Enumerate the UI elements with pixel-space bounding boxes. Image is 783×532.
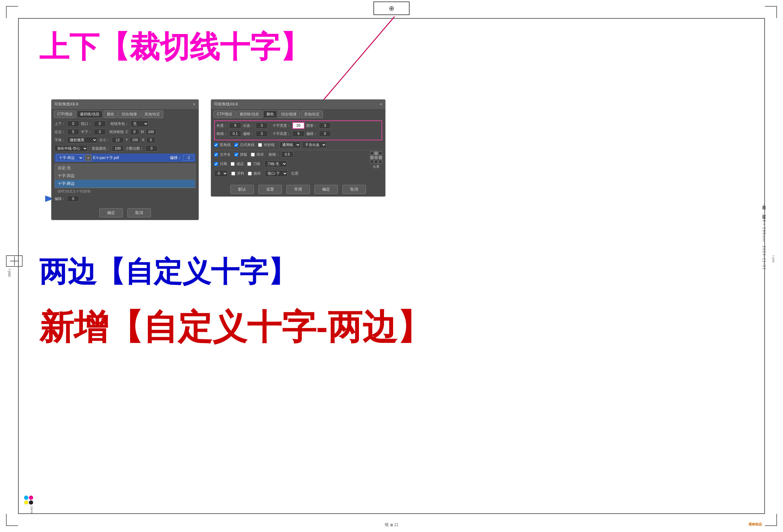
dialog-left-close[interactable]: ×	[193, 102, 195, 106]
cb-ri-shi[interactable]	[234, 143, 238, 147]
dialog-left-body: 上下： 咬口： 框线夸色： 无 左右： 中下： 纸张框线 C M 字体： 微软雅…	[52, 118, 198, 206]
dropdown-list: 自定-无 十字-四边 十字-两边	[55, 164, 195, 188]
pos-bm[interactable]	[374, 160, 378, 163]
btn-cancel-left[interactable]: 取消	[127, 208, 151, 217]
dialog-left[interactable]: 印前角线X8.8 × CTP/预设 裁切线/信息 颜色 综合/链接 其他/自定 …	[51, 99, 199, 220]
pos-tl[interactable]	[370, 151, 374, 155]
select-yao-kou[interactable]: 咬口-下	[265, 170, 288, 177]
form-row-2: 左右： 中下： 纸张框线 C M	[55, 129, 195, 135]
input-c[interactable]	[130, 129, 139, 135]
input-yuan-xing[interactable]	[319, 123, 331, 129]
pos-tm[interactable]	[374, 151, 378, 155]
input-offset2[interactable]	[67, 196, 79, 202]
form-row-checkbox-1: 双角线 日式角线 对折线 通用线 不含出血	[214, 142, 382, 148]
input-size[interactable]	[112, 137, 124, 143]
bottom-mouth: 口	[395, 522, 399, 528]
btn-set-right[interactable]: 设置	[258, 185, 282, 194]
cb-cheng-pin[interactable]	[231, 162, 234, 166]
tab-color-left[interactable]: 颜色	[103, 111, 118, 118]
dialog-right-close[interactable]: ×	[380, 102, 382, 106]
form-row-cb2-mid: 日期 成品 刀线 刀线-无	[214, 160, 368, 167]
input-shi-zi-kuan[interactable]	[292, 122, 305, 129]
pos-mr[interactable]	[379, 156, 382, 159]
input-y[interactable]	[130, 137, 140, 143]
btn-confirm-right[interactable]: 确定	[314, 185, 338, 194]
add-cross-btn[interactable]: +	[85, 154, 92, 161]
cb-pin-ban[interactable]	[234, 153, 238, 157]
right-info-size: 拼版:268×196mm	[762, 212, 766, 242]
heading-bottom-left: 两边【自定义十字】	[39, 253, 296, 291]
input-xiao-shu[interactable]	[146, 146, 157, 151]
select-cross-type[interactable]: 十字-两边	[56, 154, 84, 161]
input-tao-ban[interactable]	[112, 146, 124, 151]
cb-shuang-jiao[interactable]	[214, 143, 218, 147]
input-zuo-you[interactable]	[67, 129, 79, 135]
left-side-text: r-pac	[7, 269, 12, 277]
dialog-right[interactable]: 印前角线X8.8 × CTP/预设 裁切线/信息 颜色 综合/链接 其他/自定 …	[211, 99, 385, 197]
input-cu-xi-right[interactable]	[229, 131, 241, 137]
corner-mark-br	[765, 514, 777, 526]
tab-other-left[interactable]: 其他/自定	[141, 111, 163, 118]
dropdown-item-two[interactable]: 十字-两边	[55, 180, 195, 188]
form-row-right-1: 长度： 出血： 十字宽度： 圆形：	[217, 122, 380, 129]
pos-center[interactable]	[374, 156, 378, 159]
input-offset-cross[interactable]	[183, 155, 194, 161]
input-k[interactable]	[146, 137, 155, 143]
tab-combine-right[interactable]: 综合/链接	[278, 111, 300, 118]
tab-combine-left[interactable]: 综合/链接	[118, 111, 140, 118]
cb-wen-jian[interactable]	[214, 153, 218, 157]
cb-kai-liao[interactable]	[231, 171, 235, 176]
tab-ctp-preset-left[interactable]: CTP/预设	[54, 111, 76, 118]
input-shi-zi-gao[interactable]	[292, 131, 305, 137]
pink-highlight-section: 长度： 出血： 十字宽度： 圆形： 粗细： 偏移： 十字高度： 偏移：	[214, 120, 382, 140]
bottom-crosshair: ⊕	[390, 523, 393, 527]
pos-br[interactable]	[379, 160, 382, 163]
corner-mark-bl	[6, 514, 18, 526]
cb-dui-zhe[interactable]	[258, 143, 262, 147]
select-bu-han[interactable]: 不含出血	[302, 142, 326, 148]
cmyk-circles: CMYK	[24, 496, 33, 514]
input-pian-yi-right[interactable]	[256, 131, 268, 137]
tab-cut-info-left[interactable]: 裁切线/信息	[77, 111, 102, 118]
pos-tr[interactable]	[379, 151, 382, 155]
dialog-right-tabbar: CTP/预设 裁切线/信息 颜色 综合/链接 其他/自定	[211, 109, 385, 118]
cmyk-c	[24, 496, 28, 500]
tab-other-right[interactable]: 其他/自定	[301, 111, 323, 118]
input-chang-du[interactable]	[229, 123, 241, 129]
btn-confirm-left[interactable]: 确定	[99, 208, 123, 217]
btn-common-right[interactable]: 常用	[286, 185, 310, 194]
select-dao-xian[interactable]: 刀线-无	[264, 160, 287, 167]
input-pian-yi-gao[interactable]	[319, 131, 331, 137]
cb-dao-xian[interactable]	[247, 162, 251, 166]
pos-ml[interactable]	[370, 156, 374, 159]
right-info-source: 来稿题-1	[762, 202, 766, 208]
btn-default-right[interactable]: 默认	[230, 185, 254, 194]
input-m[interactable]	[146, 129, 156, 135]
pos-label: 位置	[373, 164, 379, 169]
input-chu-xue[interactable]	[256, 123, 268, 129]
dialog-left-actions: 确定 取消	[52, 206, 198, 220]
select-font[interactable]: 微软雅黑	[67, 137, 97, 143]
tab-cut-info-right[interactable]: 裁切线/信息	[237, 111, 262, 118]
cb-ri-qi[interactable]	[214, 162, 218, 166]
input-zhong-xia[interactable]	[94, 129, 106, 135]
input-shang-xia[interactable]	[67, 121, 79, 127]
tab-ctp-preset-right[interactable]: CTP/预设	[214, 111, 236, 118]
dialog-left-title: 印前角线X8.8 ×	[52, 100, 198, 109]
dropdown-item-four[interactable]: 十字-四边	[55, 172, 195, 180]
dropdown-item-none[interactable]: 自定-无	[55, 164, 195, 172]
right-info-text: 来稿题-1 拼版:268×196mm 2024-11-01	[761, 202, 766, 270]
select-kuang-xian[interactable]: 无	[130, 120, 149, 127]
tab-color-right[interactable]: 颜色	[263, 111, 277, 118]
select-minus5[interactable]: -5	[214, 170, 228, 177]
select-tong-yong[interactable]: 通用线	[279, 142, 301, 148]
btn-cancel-right[interactable]: 取消	[342, 185, 366, 194]
input-cu-xi-s2[interactable]	[281, 151, 293, 157]
crosshair-file-row: 十字-两边 + E:\r-pac十字.pdf 偏移：	[55, 154, 195, 162]
cmyk-label: CMYK	[24, 506, 33, 514]
input-yao-kou[interactable]	[94, 121, 106, 127]
cb-zhi-zhang[interactable]	[251, 153, 255, 157]
select-jia-chang[interactable]: 加长中线-空心	[55, 145, 88, 152]
pos-bl[interactable]	[370, 160, 374, 163]
cb-lu-jing[interactable]	[248, 171, 252, 176]
